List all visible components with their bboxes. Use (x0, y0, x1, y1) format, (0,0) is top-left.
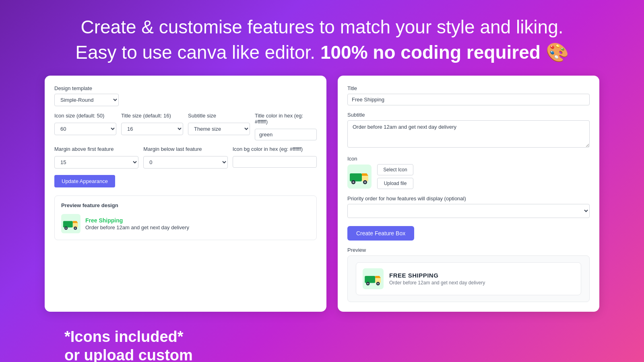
svg-rect-1 (63, 221, 73, 228)
left-preview-text: Free Shipping Order before 12am and get … (85, 217, 189, 230)
left-preview-section: Preview feature design (54, 195, 317, 240)
subtitle-field-textarea[interactable]: Order before 12am and get next day deliv… (347, 120, 590, 148)
icon-size-select[interactable]: 60 50 40 70 (54, 123, 116, 135)
title-field-label: Title (347, 85, 590, 91)
subtitle-size-label: Subtitle size (188, 113, 250, 119)
truck-icon-preview-right (363, 268, 384, 289)
priority-label: Priority order for how features will dis… (347, 195, 590, 202)
svg-point-5 (65, 228, 67, 229)
hero-line1: Create & customise features to match you… (32, 16, 612, 38)
icon-bg-label: Icon bg color in hex (eg: #ffffff) (233, 146, 317, 152)
bottom-line1: *Icons included* (64, 328, 644, 346)
fields-grid-row2: Margin above first feature 15 0 10 20 Ma… (54, 146, 317, 169)
priority-select[interactable]: 1 2 3 (347, 204, 590, 218)
right-panel: Title Subtitle Order before 12am and get… (338, 76, 599, 312)
left-preview-title: Free Shipping (85, 217, 189, 224)
design-template-label: Design template (54, 85, 317, 91)
left-preview-label: Preview feature design (61, 202, 310, 208)
right-preview-text: FREE SHIPPING Order before 12am and get … (389, 272, 485, 286)
subtitle-field-group: Subtitle Order before 12am and get next … (347, 112, 590, 149)
left-preview-subtitle: Order before 12am and get next day deliv… (85, 224, 189, 230)
svg-rect-9 (350, 173, 362, 181)
margin-below-group: Margin below last feature 0 10 15 20 (143, 146, 227, 169)
title-size-label: Title size (default: 16) (121, 113, 183, 119)
icon-size-label: Icon size (default: 50) (54, 113, 116, 119)
hero-line2: Easy to use canva like editor. 100% no c… (32, 41, 612, 64)
bottom-text: *Icons included* or upload custom (0, 316, 644, 362)
margin-above-label: Margin above first feature (54, 146, 138, 152)
right-preview-subtitle: Order before 12am and get next day deliv… (389, 280, 485, 286)
title-color-group: Title color in hex (eg: #ffffff) (255, 113, 317, 140)
svg-rect-17 (365, 276, 375, 283)
hero-section: Create & customise features to match you… (0, 0, 644, 72)
update-appearance-button[interactable]: Update Appearance (54, 175, 115, 187)
priority-field-group: Priority order for how features will dis… (347, 195, 590, 218)
fields-grid-row1: Icon size (default: 50) 60 50 40 70 Titl… (54, 113, 317, 140)
margin-below-label: Margin below last feature (143, 146, 227, 152)
right-preview-title: FREE SHIPPING (389, 272, 485, 279)
title-size-group: Title size (default: 16) 16 14 18 20 (121, 113, 183, 140)
upload-file-button[interactable]: Upload file (377, 178, 413, 189)
truck-icon-small (61, 214, 80, 233)
icon-field-group: Icon Select Icon Upl (347, 156, 590, 189)
create-feature-box-button[interactable]: Create Feature Box (347, 226, 414, 241)
svg-point-13 (353, 181, 355, 183)
design-template-select[interactable]: Simple-Round Round Simple Minimal Bold (54, 94, 119, 106)
truck-icon-right (347, 165, 372, 189)
hero-line2-bold: 100% no coding required (320, 42, 541, 63)
svg-point-21 (367, 283, 369, 284)
panels-container: Design template Simple-Round Round Simpl… (0, 72, 644, 316)
icon-field-label: Icon (347, 156, 590, 162)
hero-line2-normal: Easy to use canva like editor. (75, 42, 315, 63)
title-color-input[interactable] (255, 129, 317, 140)
subtitle-field-label: Subtitle (347, 112, 590, 118)
subtitle-size-group: Subtitle size Theme size 12 14 16 (188, 113, 250, 140)
svg-point-7 (74, 228, 76, 229)
subtitle-size-select[interactable]: Theme size 12 14 16 (188, 123, 250, 135)
bottom-line2: or upload custom (64, 346, 644, 362)
icon-bg-input[interactable] (233, 156, 317, 168)
svg-point-23 (377, 283, 379, 284)
icon-size-group: Icon size (default: 50) 60 50 40 70 (54, 113, 116, 140)
margin-above-group: Margin above first feature 15 0 10 20 (54, 146, 138, 169)
title-size-select[interactable]: 16 14 18 20 (121, 123, 183, 135)
title-field-input[interactable] (347, 94, 590, 105)
right-preview-section: FREE SHIPPING Order before 12am and get … (347, 255, 590, 302)
icon-bg-group: Icon bg color in hex (eg: #ffffff) (233, 146, 317, 169)
select-icon-button[interactable]: Select Icon (377, 164, 413, 175)
hero-emoji: 🎨 (546, 42, 569, 63)
title-field-group: Title (347, 85, 590, 105)
icon-section: Select Icon Upload file (347, 164, 590, 189)
design-template-row: Design template Simple-Round Round Simpl… (54, 85, 317, 106)
icon-buttons: Select Icon Upload file (377, 164, 413, 189)
left-panel: Design template Simple-Round Round Simpl… (45, 76, 326, 312)
left-preview-item: Free Shipping Order before 12am and get … (61, 214, 310, 233)
svg-point-15 (364, 181, 366, 183)
title-color-label: Title color in hex (eg: #ffffff) (255, 113, 317, 125)
margin-below-select[interactable]: 0 10 15 20 (143, 156, 227, 169)
right-preview-label: Preview (347, 247, 590, 253)
right-preview-item: FREE SHIPPING Order before 12am and get … (356, 262, 581, 295)
margin-above-select[interactable]: 15 0 10 20 (54, 156, 138, 169)
